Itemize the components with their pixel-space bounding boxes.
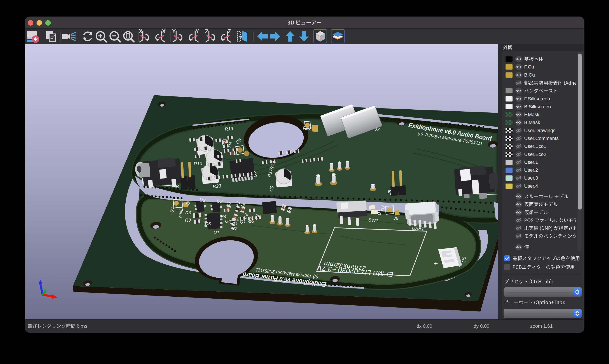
svg-text:+5V: +5V	[169, 206, 175, 215]
svg-text:P4: P4	[221, 213, 227, 219]
svg-text:U2: U2	[217, 198, 223, 204]
svg-text:C5: C5	[205, 221, 211, 226]
svg-text:U3: U3	[199, 197, 206, 203]
svg-text:C1: C1	[233, 216, 239, 221]
svg-text:R2: R2	[232, 226, 238, 231]
svg-text:R10: R10	[194, 161, 202, 166]
svg-text:U6: U6	[461, 256, 467, 263]
svg-text:GND: GND	[178, 207, 184, 218]
svg-text:Z: Z	[205, 29, 208, 34]
svg-text:SW1: SW1	[368, 217, 378, 223]
svg-text:USB1: USB1	[412, 225, 424, 232]
svg-text:R6: R6	[185, 210, 191, 215]
svg-text:X: X	[139, 29, 143, 34]
svg-text:U7: U7	[252, 171, 258, 178]
svg-text:+: +	[434, 260, 438, 267]
svg-text:U1: U1	[213, 230, 220, 235]
svg-text:R3: R3	[185, 217, 191, 222]
svg-text:C9: C9	[269, 185, 274, 192]
svg-text:J4: J4	[174, 183, 180, 189]
svg-text:R23: R23	[213, 183, 221, 189]
svg-text:Y: Y	[195, 29, 199, 34]
svg-text:X: X	[162, 29, 166, 34]
svg-text:R19: R19	[224, 126, 233, 131]
svg-text:Q1: Q1	[240, 219, 246, 224]
svg-text:R1: R1	[232, 221, 238, 226]
svg-text:Z: Z	[228, 29, 231, 34]
svg-text:J6: J6	[393, 215, 399, 221]
svg-text:J5: J5	[387, 189, 392, 195]
svg-text:Y: Y	[172, 29, 176, 34]
svg-text:R22: R22	[303, 125, 312, 131]
svg-text:J2: J2	[374, 126, 380, 132]
svg-text:D2: D2	[380, 205, 386, 212]
svg-text:U4: U4	[225, 219, 231, 223]
